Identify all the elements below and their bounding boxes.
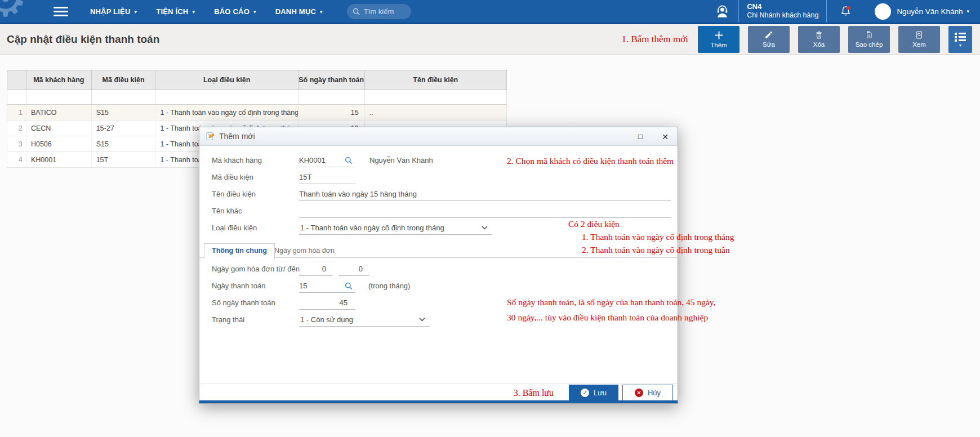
search-box[interactable] <box>347 4 411 19</box>
annotation-payment-days: Số ngày thanh toán, là số ngày của hạn t… <box>507 295 715 325</box>
support-button[interactable] <box>706 4 738 19</box>
ngay-gom-tu-input[interactable] <box>299 262 333 276</box>
cancel-button[interactable]: ✕ Hủy <box>622 385 673 402</box>
ten-dieu-kien-input[interactable] <box>299 187 671 201</box>
tab-ngay-gom-hoa-don[interactable]: Ngày gom hóa đơn <box>267 243 342 258</box>
page-title: Cập nhật điều kiện thanh toán <box>7 33 159 46</box>
filter-cell <box>7 90 26 104</box>
user-menu[interactable]: Nguyễn Văn Khánh ▾ <box>897 7 969 16</box>
row-number: 1 <box>7 105 26 120</box>
check-icon: ✓ <box>581 389 589 397</box>
menu-tien-ich[interactable]: TIỆN ÍCH ▾ <box>146 0 204 23</box>
cell-ma-dieu-kien: 15T <box>92 152 156 167</box>
avatar[interactable] <box>875 3 891 20</box>
cell-ma-khach-hang: BATICO <box>26 105 92 120</box>
select-value: 1 - Thanh toán vào ngày cố định trong th… <box>300 224 444 232</box>
search-icon <box>353 8 360 15</box>
column-header[interactable]: Tên điều kiện <box>365 70 506 90</box>
close-button[interactable]: ✕ <box>660 131 671 142</box>
ten-khac-input[interactable] <box>299 204 671 218</box>
cell-ma-dieu-kien: S15 <box>92 105 156 120</box>
annotation-add-new: 1. Bấm thêm mới <box>621 34 688 45</box>
maximize-button[interactable]: □ <box>635 131 646 142</box>
filter-cell[interactable] <box>92 90 156 104</box>
save-button[interactable]: ✓ Lưu <box>569 385 618 402</box>
tab-thong-tin-chung[interactable]: Thông tin chung <box>204 243 275 258</box>
column-header[interactable]: Loại điều kiện <box>155 70 298 90</box>
menu-label: BÁO CÁO <box>214 7 250 16</box>
filter-cell[interactable] <box>155 90 298 104</box>
annotation-line: Số ngày thanh toán, là số ngày của hạn t… <box>507 295 715 310</box>
copy-button[interactable]: Sao chép <box>848 26 890 53</box>
grid-options-button[interactable]: ▾ <box>948 26 972 53</box>
label-ngay-gom: Ngày gom hóa đơn từ/ đến <box>212 262 300 277</box>
menu-bao-cao[interactable]: BÁO CÁO ▾ <box>204 0 266 23</box>
filter-cell[interactable] <box>26 90 92 104</box>
modal-header[interactable]: Thêm mới <box>199 127 678 146</box>
cell-loai-dieu-kien: 1 - Thanh toán vào ngày cố định trong th… <box>155 105 298 120</box>
notifications-button[interactable] <box>827 5 865 18</box>
nav-right-section: CN4 Chi Nhánh khách hàng Nguyễn Văn Khán… <box>706 0 980 23</box>
label-ma-dieu-kien: Mã điều kiện <box>212 170 253 185</box>
table-row[interactable]: 1 BATICO S15 1 - Thanh toán vào ngày cố … <box>7 105 507 121</box>
button-label: Xóa <box>813 41 825 48</box>
modal-title: Thêm mới <box>219 132 255 141</box>
filter-cell[interactable] <box>299 90 365 104</box>
plus-icon <box>714 30 724 40</box>
gear-watermark-icon: ⚙ <box>0 0 28 24</box>
chevron-down-icon: ▾ <box>253 9 256 15</box>
trang-thai-select[interactable]: 1 - Còn sử dụng <box>299 313 430 327</box>
label-ngay-thanh-toan: Ngày thanh toán <box>212 279 265 293</box>
column-header[interactable]: Mã điều kiện <box>92 70 156 90</box>
modal-tab-bar: Thông tin chung Ngày gom hóa đơn <box>199 243 678 258</box>
row-number: 4 <box>7 152 26 167</box>
chevron-down-icon: ▾ <box>320 9 323 15</box>
label-ten-khac: Tên khác <box>212 204 242 218</box>
toolbar-buttons: Thêm Sửa Xóa <box>698 26 972 53</box>
cell-ten-dieu-kien: .. <box>365 105 506 120</box>
ma-dieu-kien-input[interactable] <box>299 170 355 184</box>
chevron-down-icon: ▾ <box>966 8 969 14</box>
lookup-icon[interactable] <box>345 282 353 290</box>
ngay-gom-den-input[interactable] <box>338 262 369 276</box>
label-trang-thai: Trạng thái <box>212 313 244 327</box>
top-nav-bar: ⚙ NHẬP LIỆU ▾ TIỆN ÍCH ▾ BÁO CÁO ▾ DANH … <box>0 0 980 24</box>
label-so-ngay-thanh-toan: Số ngày thanh toán <box>212 296 275 310</box>
hamburger-menu-icon[interactable] <box>54 5 68 19</box>
main-menu: NHẬP LIỆU ▾ TIỆN ÍCH ▾ BÁO CÁO ▾ DANH MỤ… <box>81 0 332 23</box>
edit-button[interactable]: Sửa <box>748 26 790 53</box>
view-button[interactable]: Xem <box>898 26 940 53</box>
annotation-line: 30 ngày,... tùy vào điều kiện thanh toán… <box>507 310 715 325</box>
column-header[interactable]: Số ngày thanh toán <box>299 70 365 90</box>
annotation-line: 1. Thanh toán vào ngày cố định trong thá… <box>582 230 734 243</box>
cell-ma-dieu-kien: S15 <box>92 136 156 151</box>
menu-label: DANH MỤC <box>275 7 316 16</box>
chevron-down-icon: ▾ <box>959 44 961 47</box>
row-number: 3 <box>7 136 26 151</box>
annotation-choose-customer: 2. Chọn mã khách có điều kiện thanh toán… <box>507 154 674 167</box>
ngay-thanh-toan-hint: (trong tháng) <box>368 279 410 293</box>
label-loai-dieu-kien: Loại điều kiện <box>212 221 257 235</box>
lookup-icon[interactable] <box>345 157 353 164</box>
modal-bottom-accent <box>199 400 678 403</box>
delete-button[interactable]: Xóa <box>798 26 840 53</box>
button-label: Sao chép <box>856 41 883 48</box>
add-button[interactable]: Thêm <box>698 26 740 53</box>
save-label: Lưu <box>594 389 607 397</box>
loai-dieu-kien-select[interactable]: 1 - Thanh toán vào ngày cố định trong th… <box>299 221 492 235</box>
filter-cell[interactable] <box>365 90 506 104</box>
so-ngay-thanh-toan-input[interactable] <box>299 296 355 310</box>
cell-ma-khach-hang: H0506 <box>26 136 92 151</box>
menu-nhap-lieu[interactable]: NHẬP LIỆU ▾ <box>81 0 146 23</box>
chevron-down-icon <box>482 226 488 230</box>
annotation-line: Có 2 điều kiện <box>568 217 734 230</box>
column-header[interactable]: Mã khách hàng <box>26 70 92 90</box>
cell-ma-dieu-kien: 15-27 <box>92 121 156 136</box>
search-input[interactable] <box>364 7 404 16</box>
table-header-row: Mã khách hàng Mã điều kiện Loại điều kiệ… <box>7 70 507 90</box>
button-label: Thêm <box>710 42 727 48</box>
list-icon <box>955 32 966 43</box>
cross-icon: ✕ <box>635 389 643 397</box>
customer-name-text: Nguyễn Văn Khánh <box>369 153 433 168</box>
menu-danh-muc[interactable]: DANH MỤC ▾ <box>266 0 332 23</box>
